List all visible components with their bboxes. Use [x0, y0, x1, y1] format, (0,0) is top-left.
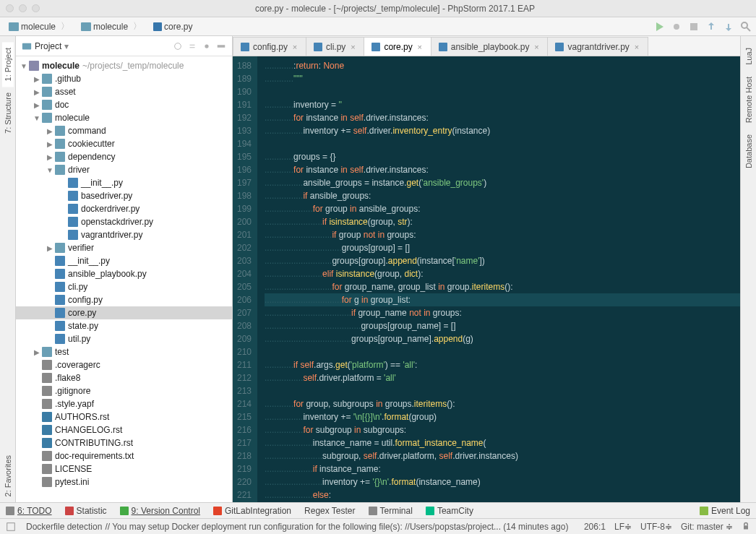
line-separator[interactable]: LF≑: [614, 522, 632, 532]
collapse-icon[interactable]: [187, 41, 197, 51]
breadcrumb-item[interactable]: molecule: [77, 19, 146, 34]
tree-folder[interactable]: ▶dependency: [16, 150, 232, 163]
tree-file[interactable]: LICENSE: [16, 462, 232, 475]
code-content[interactable]: ............:return: None............"""…: [257, 56, 740, 502]
tree-toggle-icon[interactable]: ▶: [32, 101, 42, 109]
right-tool-strip: LuaJ Remote Host Database: [740, 36, 756, 502]
tree-folder[interactable]: ▶.github: [16, 72, 232, 85]
debug-icon[interactable]: [671, 21, 682, 33]
project-tree[interactable]: ▼molecule~/projects/_temp/molecule▶.gith…: [16, 56, 232, 502]
favorites-tool-tab[interactable]: 2: Favorites: [2, 449, 14, 502]
remote-host-tool-tab[interactable]: Remote Host: [743, 71, 755, 129]
close-tab-icon[interactable]: ×: [416, 43, 424, 51]
minimize-window[interactable]: [19, 4, 27, 12]
database-tool-tab[interactable]: Database: [743, 129, 755, 174]
py-icon: [68, 191, 78, 201]
locate-icon[interactable]: [173, 41, 183, 51]
hide-icon[interactable]: [216, 41, 226, 51]
tree-folder[interactable]: ▶verifier: [16, 241, 232, 254]
editor-tab[interactable]: vagrantdriver.py×: [547, 37, 648, 56]
editor-tab[interactable]: cli.py×: [306, 37, 364, 56]
editor-tab[interactable]: core.py×: [364, 37, 431, 56]
file-icon: [42, 373, 52, 383]
code-editor[interactable]: 1881891901911921931941951961971981992002…: [233, 56, 740, 502]
tree-file[interactable]: openstackdriver.py: [16, 215, 232, 228]
close-tab-icon[interactable]: ×: [533, 43, 540, 51]
stop-icon[interactable]: [688, 21, 700, 33]
gitlab-tool[interactable]: GitLabIntegration: [213, 506, 291, 516]
tree-file[interactable]: .coveragerc: [16, 358, 232, 371]
panel-title: Project ▾: [22, 41, 69, 51]
tree-file[interactable]: .gitignore: [16, 384, 232, 397]
close-window[interactable]: [6, 4, 14, 12]
teamcity-tool[interactable]: TeamCity: [426, 506, 473, 516]
search-icon[interactable]: [740, 21, 752, 33]
tree-file[interactable]: dockerdriver.py: [16, 202, 232, 215]
tree-toggle-icon[interactable]: ▶: [32, 75, 42, 83]
tree-folder[interactable]: ▼molecule~/projects/_temp/molecule: [16, 59, 232, 72]
breadcrumb-item[interactable]: core.py: [149, 20, 202, 33]
tree-toggle-icon[interactable]: ▼: [32, 114, 42, 122]
run-icon[interactable]: [653, 21, 665, 33]
cursor-position[interactable]: 206:1: [584, 522, 606, 532]
tree-toggle-icon[interactable]: ▼: [19, 62, 29, 70]
tree-folder[interactable]: ▼molecule: [16, 111, 232, 124]
tree-file[interactable]: vagrantdriver.py: [16, 228, 232, 241]
regex-tool[interactable]: Regex Tester: [304, 506, 355, 516]
close-tab-icon[interactable]: ×: [291, 43, 298, 51]
tree-file[interactable]: __init__.py: [16, 254, 232, 267]
tree-file[interactable]: config.py: [16, 293, 232, 306]
lock-icon[interactable]: [742, 522, 750, 530]
tree-folder[interactable]: ▶test: [16, 345, 232, 358]
tree-folder[interactable]: ▼driver: [16, 163, 232, 176]
vcs-commit-icon[interactable]: [723, 21, 734, 33]
structure-tool-tab[interactable]: 7: Structure: [2, 87, 14, 139]
tree-file[interactable]: CONTRIBUTING.rst: [16, 436, 232, 449]
py-icon: [68, 178, 78, 188]
close-tab-icon[interactable]: ×: [633, 43, 640, 51]
tree-file[interactable]: util.py: [16, 332, 232, 345]
tree-file[interactable]: .flake8: [16, 371, 232, 384]
editor-tab[interactable]: ansible_playbook.py×: [431, 37, 549, 56]
tree-toggle-icon[interactable]: ▶: [45, 127, 55, 135]
tree-folder[interactable]: ▶doc: [16, 98, 232, 111]
tree-file[interactable]: pytest.ini: [16, 475, 232, 488]
tree-toggle-icon[interactable]: ▶: [32, 348, 42, 356]
tree-file[interactable]: core.py: [16, 306, 232, 319]
git-branch[interactable]: Git: master ≑: [681, 522, 733, 532]
luaj-tool-tab[interactable]: LuaJ: [743, 42, 755, 71]
todo-tool[interactable]: 6: TODO: [6, 506, 52, 516]
tree-file[interactable]: .style.yapf: [16, 397, 232, 410]
statistic-tool[interactable]: Statistic: [65, 506, 107, 516]
zoom-window[interactable]: [32, 4, 40, 12]
tree-file[interactable]: doc-requirements.txt: [16, 449, 232, 462]
vcs-update-icon[interactable]: [705, 21, 717, 33]
tree-toggle-icon[interactable]: ▶: [45, 140, 55, 148]
tree-file[interactable]: ansible_playbook.py: [16, 267, 232, 280]
status-icon[interactable]: [6, 522, 16, 532]
tree-file[interactable]: __init__.py: [16, 176, 232, 189]
tree-file[interactable]: AUTHORS.rst: [16, 410, 232, 423]
python-file-icon: [555, 43, 564, 51]
breadcrumb-item[interactable]: molecule: [4, 19, 74, 34]
tree-toggle-icon[interactable]: ▶: [45, 153, 55, 161]
editor-tab[interactable]: config.py×: [233, 37, 306, 56]
tree-file[interactable]: CHANGELOG.rst: [16, 423, 232, 436]
terminal-tool[interactable]: Terminal: [369, 506, 413, 516]
tree-toggle-icon[interactable]: ▶: [32, 88, 42, 96]
gear-icon[interactable]: [202, 41, 212, 51]
tree-file[interactable]: state.py: [16, 319, 232, 332]
tree-toggle-icon[interactable]: ▶: [45, 244, 55, 252]
tree-folder[interactable]: ▶cookiecutter: [16, 137, 232, 150]
encoding[interactable]: UTF-8≑: [640, 522, 672, 532]
project-tool-tab[interactable]: 1: Project: [2, 42, 14, 87]
tree-folder[interactable]: ▶asset: [16, 85, 232, 98]
version-control-tool[interactable]: 9: Version Control: [120, 506, 200, 516]
tree-toggle-icon[interactable]: ▼: [45, 166, 55, 174]
tree-file[interactable]: basedriver.py: [16, 189, 232, 202]
tree-label: core.py: [68, 308, 96, 318]
event-log[interactable]: Event Log: [700, 506, 750, 516]
tree-file[interactable]: cli.py: [16, 280, 232, 293]
tree-folder[interactable]: ▶command: [16, 124, 232, 137]
close-tab-icon[interactable]: ×: [349, 43, 356, 51]
